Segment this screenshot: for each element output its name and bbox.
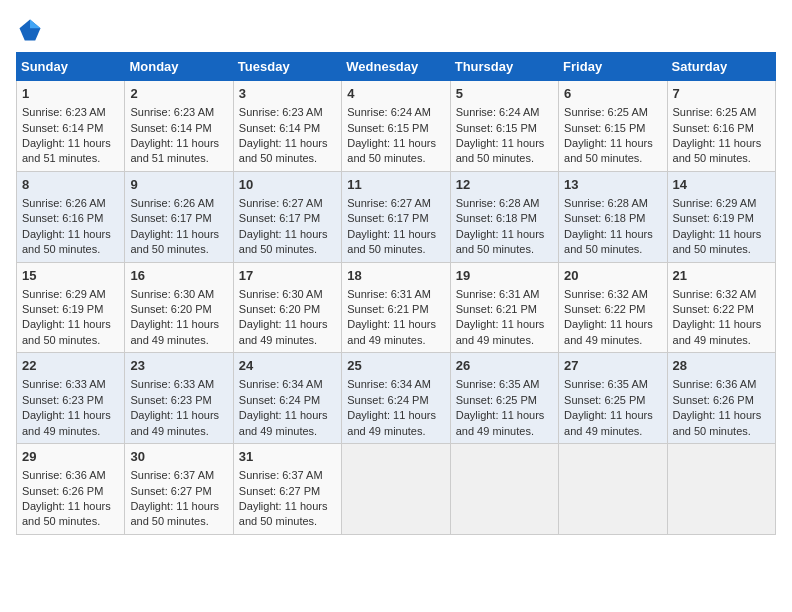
day-number: 12 [456,176,553,194]
day-number: 25 [347,357,444,375]
column-header-wednesday: Wednesday [342,53,450,81]
day-number: 21 [673,267,770,285]
daylight-text: Daylight: 11 hours and 51 minutes. [22,137,111,164]
sunrise-text: Sunrise: 6:33 AM [130,378,214,390]
daylight-text: Daylight: 11 hours and 49 minutes. [564,409,653,436]
sunset-text: Sunset: 6:27 PM [239,485,320,497]
column-header-tuesday: Tuesday [233,53,341,81]
sunrise-text: Sunrise: 6:33 AM [22,378,106,390]
calendar-cell [559,444,667,535]
day-number: 20 [564,267,661,285]
daylight-text: Daylight: 11 hours and 50 minutes. [130,500,219,527]
sunset-text: Sunset: 6:24 PM [239,394,320,406]
logo-icon [16,16,44,44]
day-number: 5 [456,85,553,103]
calendar-cell: 26Sunrise: 6:35 AMSunset: 6:25 PMDayligh… [450,353,558,444]
calendar-cell: 14Sunrise: 6:29 AMSunset: 6:19 PMDayligh… [667,171,775,262]
sunset-text: Sunset: 6:22 PM [673,303,754,315]
sunset-text: Sunset: 6:18 PM [456,212,537,224]
column-header-monday: Monday [125,53,233,81]
calendar-cell [667,444,775,535]
daylight-text: Daylight: 11 hours and 50 minutes. [673,137,762,164]
column-header-sunday: Sunday [17,53,125,81]
day-number: 19 [456,267,553,285]
sunrise-text: Sunrise: 6:31 AM [456,288,540,300]
calendar-cell: 9Sunrise: 6:26 AMSunset: 6:17 PMDaylight… [125,171,233,262]
sunrise-text: Sunrise: 6:37 AM [130,469,214,481]
sunset-text: Sunset: 6:21 PM [456,303,537,315]
day-number: 24 [239,357,336,375]
sunset-text: Sunset: 6:17 PM [130,212,211,224]
daylight-text: Daylight: 11 hours and 50 minutes. [673,228,762,255]
day-number: 17 [239,267,336,285]
sunset-text: Sunset: 6:25 PM [456,394,537,406]
sunset-text: Sunset: 6:19 PM [673,212,754,224]
daylight-text: Daylight: 11 hours and 49 minutes. [347,318,436,345]
calendar-cell: 8Sunrise: 6:26 AMSunset: 6:16 PMDaylight… [17,171,125,262]
daylight-text: Daylight: 11 hours and 50 minutes. [22,500,111,527]
sunset-text: Sunset: 6:14 PM [239,122,320,134]
calendar-week-row: 1Sunrise: 6:23 AMSunset: 6:14 PMDaylight… [17,81,776,172]
daylight-text: Daylight: 11 hours and 49 minutes. [347,409,436,436]
daylight-text: Daylight: 11 hours and 50 minutes. [22,318,111,345]
daylight-text: Daylight: 11 hours and 49 minutes. [130,409,219,436]
daylight-text: Daylight: 11 hours and 50 minutes. [564,228,653,255]
page-header [16,16,776,44]
day-number: 4 [347,85,444,103]
calendar-cell: 19Sunrise: 6:31 AMSunset: 6:21 PMDayligh… [450,262,558,353]
calendar-week-row: 22Sunrise: 6:33 AMSunset: 6:23 PMDayligh… [17,353,776,444]
sunset-text: Sunset: 6:17 PM [347,212,428,224]
daylight-text: Daylight: 11 hours and 50 minutes. [130,228,219,255]
daylight-text: Daylight: 11 hours and 49 minutes. [239,318,328,345]
calendar-cell: 12Sunrise: 6:28 AMSunset: 6:18 PMDayligh… [450,171,558,262]
calendar-cell: 5Sunrise: 6:24 AMSunset: 6:15 PMDaylight… [450,81,558,172]
calendar-cell: 30Sunrise: 6:37 AMSunset: 6:27 PMDayligh… [125,444,233,535]
sunrise-text: Sunrise: 6:35 AM [456,378,540,390]
sunset-text: Sunset: 6:19 PM [22,303,103,315]
daylight-text: Daylight: 11 hours and 50 minutes. [239,500,328,527]
day-number: 18 [347,267,444,285]
calendar-cell: 15Sunrise: 6:29 AMSunset: 6:19 PMDayligh… [17,262,125,353]
daylight-text: Daylight: 11 hours and 49 minutes. [673,318,762,345]
calendar-cell: 28Sunrise: 6:36 AMSunset: 6:26 PMDayligh… [667,353,775,444]
daylight-text: Daylight: 11 hours and 50 minutes. [564,137,653,164]
day-number: 31 [239,448,336,466]
sunset-text: Sunset: 6:16 PM [22,212,103,224]
day-number: 1 [22,85,119,103]
calendar-cell: 13Sunrise: 6:28 AMSunset: 6:18 PMDayligh… [559,171,667,262]
calendar-cell [450,444,558,535]
sunset-text: Sunset: 6:14 PM [130,122,211,134]
sunrise-text: Sunrise: 6:27 AM [239,197,323,209]
sunset-text: Sunset: 6:27 PM [130,485,211,497]
daylight-text: Daylight: 11 hours and 50 minutes. [347,228,436,255]
calendar-cell: 16Sunrise: 6:30 AMSunset: 6:20 PMDayligh… [125,262,233,353]
sunset-text: Sunset: 6:16 PM [673,122,754,134]
sunrise-text: Sunrise: 6:28 AM [456,197,540,209]
sunrise-text: Sunrise: 6:23 AM [22,106,106,118]
calendar-cell: 3Sunrise: 6:23 AMSunset: 6:14 PMDaylight… [233,81,341,172]
sunset-text: Sunset: 6:14 PM [22,122,103,134]
sunrise-text: Sunrise: 6:36 AM [673,378,757,390]
calendar-cell: 25Sunrise: 6:34 AMSunset: 6:24 PMDayligh… [342,353,450,444]
day-number: 7 [673,85,770,103]
sunrise-text: Sunrise: 6:36 AM [22,469,106,481]
day-number: 16 [130,267,227,285]
sunrise-text: Sunrise: 6:27 AM [347,197,431,209]
calendar-cell: 4Sunrise: 6:24 AMSunset: 6:15 PMDaylight… [342,81,450,172]
day-number: 6 [564,85,661,103]
day-number: 3 [239,85,336,103]
day-number: 27 [564,357,661,375]
calendar-cell: 29Sunrise: 6:36 AMSunset: 6:26 PMDayligh… [17,444,125,535]
daylight-text: Daylight: 11 hours and 49 minutes. [22,409,111,436]
sunrise-text: Sunrise: 6:34 AM [347,378,431,390]
calendar-cell: 1Sunrise: 6:23 AMSunset: 6:14 PMDaylight… [17,81,125,172]
sunrise-text: Sunrise: 6:29 AM [673,197,757,209]
sunrise-text: Sunrise: 6:25 AM [673,106,757,118]
calendar-cell: 22Sunrise: 6:33 AMSunset: 6:23 PMDayligh… [17,353,125,444]
day-number: 2 [130,85,227,103]
sunrise-text: Sunrise: 6:37 AM [239,469,323,481]
sunrise-text: Sunrise: 6:25 AM [564,106,648,118]
sunset-text: Sunset: 6:26 PM [673,394,754,406]
day-number: 15 [22,267,119,285]
sunset-text: Sunset: 6:17 PM [239,212,320,224]
